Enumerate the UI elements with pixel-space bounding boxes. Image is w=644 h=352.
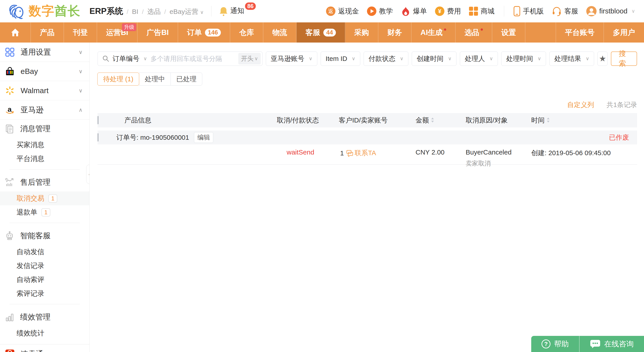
filter-payment-status[interactable]: 付款状态∨ [364, 52, 408, 66]
sidebar-item-auto-send-message[interactable]: 自动发信 [0, 245, 89, 259]
upgrade-badge: 升级 [122, 23, 136, 31]
main-content: 订单编号 ∨ 开头 ∨ 亚马逊账号∨ Item ID∨ 付款状态∨ [90, 43, 644, 352]
sidebar-item-cancel-transactions[interactable]: 取消交易 1 [0, 191, 89, 205]
sidebar-collapse-handle[interactable]: ‹ [86, 165, 90, 184]
home-icon [11, 28, 20, 37]
search-button[interactable]: 搜索 [611, 52, 637, 66]
mall-link[interactable]: 商城 [469, 7, 494, 16]
chevron-down-icon: ∨ [78, 88, 82, 94]
cancel-transactions-count-badge: 1 [48, 194, 57, 203]
sidebar-item-send-records[interactable]: 发信记录 [0, 259, 89, 273]
filter-item-id[interactable]: Item ID∨ [321, 52, 360, 66]
select-all-checkbox[interactable] [98, 116, 98, 124]
filter-handle-time[interactable]: 处理时间∨ [501, 52, 546, 66]
notification-bell[interactable]: 通知 86 [219, 6, 257, 16]
topbar: 数字酋长 ERP系统 BI 选品 eBay运营 ∨ 通知 86 返 返现金 [0, 0, 644, 23]
support-link[interactable]: 客服 [552, 6, 578, 16]
phone-icon [514, 6, 520, 16]
tutorial-link[interactable]: 教学 [367, 7, 393, 16]
chat-bubble-icon [346, 150, 353, 157]
sidebar-section-aliexpress[interactable]: 速卖通 ∨ [0, 344, 89, 352]
column-header-amount[interactable]: 金额 [416, 116, 466, 125]
nav-item-purchasing[interactable]: 采购 [345, 23, 378, 43]
sidebar-item-performance-stats[interactable]: 绩效统计 [0, 326, 89, 340]
sidebar-section-ebay[interactable]: eBay ∨ [0, 62, 89, 81]
search-field-selector[interactable]: 订单编号 ∨ [112, 54, 147, 63]
sidebar-item-review-request-records[interactable]: 索评记录 [0, 287, 89, 300]
chevron-down-icon[interactable]: ∨ [200, 10, 204, 15]
search-input[interactable] [150, 55, 238, 63]
tab-processing[interactable]: 处理中 [139, 73, 171, 86]
filter-amazon-account[interactable]: 亚马逊账号∨ [266, 52, 317, 66]
nav-item-customer-service[interactable]: 客服 44 [296, 23, 345, 43]
nav-item-platform-accounts[interactable]: 平台账号 [556, 23, 604, 43]
filter-handle-result[interactable]: 处理结果∨ [549, 52, 594, 66]
nav-item-settings[interactable]: 设置 [492, 23, 526, 43]
fees-link[interactable]: ¥ 费用 [435, 7, 461, 16]
nav-item-operation-bi[interactable]: 运营BI 升级 [97, 23, 138, 43]
nav-item-ad-bi[interactable]: 广告BI [138, 23, 178, 43]
record-count: 共1条记录 [607, 100, 637, 110]
tab-processed[interactable]: 已处理 [170, 73, 202, 86]
trend-chart-icon [5, 178, 14, 187]
nav-item-ai-generate[interactable]: AI生成 [412, 23, 456, 43]
filter-create-time[interactable]: 创建时间∨ [412, 52, 456, 66]
row-checkbox[interactable] [98, 133, 98, 142]
filter-row: 订单编号 ∨ 开头 ∨ 亚马逊账号∨ Item ID∨ 付款状态∨ [98, 52, 637, 66]
sidebar-section-general-settings[interactable]: 通用设置 ∨ [0, 43, 89, 62]
body: 通用设置 ∨ eBay ∨ [0, 43, 644, 352]
edit-button[interactable]: 编辑 [194, 132, 213, 143]
customize-columns-link[interactable]: 自定义列 [567, 100, 594, 110]
chevron-down-icon: ∨ [400, 56, 404, 62]
cancel-target: 卖家取消 [466, 159, 531, 168]
page: 数字酋长 ERP系统 BI 选品 eBay运营 ∨ 通知 86 返 返现金 [0, 0, 644, 352]
sidebar-section-walmart[interactable]: Walmart ∨ [0, 81, 89, 100]
mobile-version-link[interactable]: 手机版 [514, 6, 544, 16]
filter-handler[interactable]: 处理人∨ [460, 52, 498, 66]
user-menu[interactable]: firstblood ∨ [586, 6, 635, 16]
nav-item-home[interactable] [0, 23, 31, 43]
tab-pending[interactable]: 待处理 (1) [97, 73, 139, 86]
nav-item-product-selection[interactable]: 选品 [456, 23, 492, 43]
sidebar-item-platform-messages[interactable]: 平台消息 [0, 152, 89, 166]
nav-item-logistics[interactable]: 物流 [263, 23, 296, 43]
nav-spacer [526, 23, 556, 43]
nav-item-products[interactable]: 产品 [31, 23, 64, 43]
svg-text:¥: ¥ [438, 8, 442, 15]
cancel-reason-cell: BuyerCanceled 卖家取消 [466, 148, 531, 168]
chevron-up-icon: ∧ [78, 107, 82, 113]
nav-item-warehouse[interactable]: 仓库 [230, 23, 263, 43]
sidebar-item-buyer-messages[interactable]: 买家消息 [0, 138, 89, 152]
favorite-filter-button[interactable]: ★ [598, 52, 608, 66]
flame-icon [401, 7, 410, 16]
chat-icon [590, 339, 600, 349]
nav-item-listing[interactable]: 刊登 [64, 23, 97, 43]
sidebar-section-amazon[interactable]: a 亚马逊 ∧ [0, 100, 89, 120]
match-mode-selector[interactable]: 开头 ∨ [238, 53, 261, 65]
sidebar-item-refund-orders[interactable]: 退款单 1 [0, 205, 89, 219]
robot-icon [5, 231, 14, 240]
breadcrumb-item-selection[interactable]: 选品 [138, 7, 161, 16]
nav-item-multi-user[interactable]: 多用户 [604, 23, 644, 43]
breadcrumb-item-bi[interactable]: BI [123, 8, 138, 16]
online-chat-button[interactable]: 在线咨询 [579, 336, 644, 352]
main-nav: 产品 刊登 运营BI 升级 广告BI 订单 146 仓库 物流 客服 44 采购… [0, 23, 644, 43]
sidebar-group-smart-customer-service: 智能客服 [0, 227, 89, 245]
sidebar-item-auto-review-request[interactable]: 自动索评 [0, 273, 89, 287]
order-number: 订单号: mo-1905060001 [116, 133, 189, 142]
nav-item-orders[interactable]: 订单 146 [178, 23, 230, 43]
hot-sale-link[interactable]: 爆单 [401, 7, 427, 16]
column-header-time[interactable]: 时间 [531, 116, 637, 125]
sidebar: 通用设置 ∨ eBay ∨ [0, 43, 90, 352]
table-toolbar: 自定义列 共1条记录 [98, 100, 637, 110]
help-button[interactable]: ? 帮助 [531, 336, 579, 352]
grid-icon [5, 47, 15, 57]
contact-buyer-link[interactable]: 联系TA [346, 148, 376, 158]
nav-item-finance[interactable]: 财务 [378, 23, 412, 43]
column-header-cancel-reason: 取消原因/对象 [466, 116, 531, 125]
cashback-link[interactable]: 返 返现金 [326, 7, 359, 16]
chevron-down-icon: ∨ [632, 8, 635, 14]
chevron-down-icon: ∨ [352, 56, 355, 62]
breadcrumb-item-ebay-ops[interactable]: eBay运营 [161, 7, 198, 16]
star-icon: ★ [599, 54, 606, 63]
